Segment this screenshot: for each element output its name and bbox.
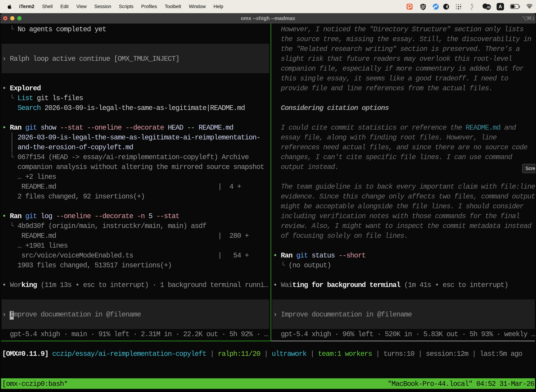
- svg-text:1: 1: [532, 16, 534, 21]
- svg-text:..61: ..61: [486, 6, 491, 9]
